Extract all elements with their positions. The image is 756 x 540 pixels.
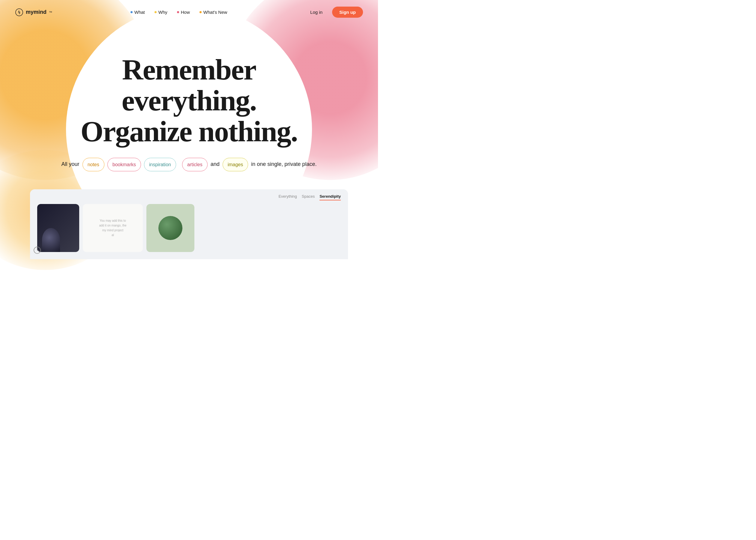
nav-links: What Why How What's New <box>131 10 227 15</box>
tab-spaces[interactable]: Spaces <box>302 193 315 201</box>
tag-notes: notes <box>82 158 104 171</box>
app-window: Everything Spaces Serendipity You may ad… <box>30 189 348 259</box>
product-sphere <box>158 216 183 240</box>
hero-subtitle: All your notes bookmarks inspiration art… <box>62 158 317 171</box>
headline-line2: Organize nothing. <box>81 115 298 148</box>
tag-images: images <box>223 158 248 171</box>
nav-item-what[interactable]: What <box>131 10 145 15</box>
nav-link-whats-new[interactable]: What's New <box>199 10 227 15</box>
tab-serendipity[interactable]: Serendipity <box>319 193 341 201</box>
logo-icon <box>15 8 23 17</box>
card-product <box>146 204 194 252</box>
hero-headline: Remember everything. Organize nothing. <box>54 54 324 147</box>
card-note-text: You may add this toadd it on mango, them… <box>95 215 130 241</box>
app-content: You may add this toadd it on mango, them… <box>30 204 348 259</box>
navbar: mymind™ What Why How What's New <box>0 0 378 24</box>
nav-actions: Log in Sign up <box>306 7 363 18</box>
nav-item-whats-new[interactable]: What's New <box>199 10 227 15</box>
nav-dot-whats-new <box>199 11 201 13</box>
signup-button[interactable]: Sign up <box>332 7 363 18</box>
nav-item-why[interactable]: Why <box>155 10 168 15</box>
nav-link-what[interactable]: What <box>131 10 145 15</box>
app-tabs: Everything Spaces Serendipity <box>30 189 348 204</box>
subtitle-prefix: All your <box>62 158 79 170</box>
subtitle-and: and <box>210 158 220 170</box>
logo-text: mymind <box>26 9 47 15</box>
nav-dot-what <box>131 11 133 13</box>
logo[interactable]: mymind™ <box>15 8 52 17</box>
login-button[interactable]: Log in <box>306 7 327 17</box>
tag-articles: articles <box>182 158 207 171</box>
logo-tm: ™ <box>49 11 52 14</box>
tag-inspiration: inspiration <box>144 158 176 171</box>
nav-item-how[interactable]: How <box>177 10 190 15</box>
nav-link-why[interactable]: Why <box>155 10 168 15</box>
subtitle-suffix: in one single, private place. <box>251 158 316 170</box>
nav-link-how[interactable]: How <box>177 10 190 15</box>
card-note: You may add this toadd it on mango, them… <box>83 204 143 252</box>
nav-dot-how <box>177 11 179 13</box>
card-image <box>37 204 79 252</box>
app-preview: Everything Spaces Serendipity You may ad… <box>0 189 378 259</box>
clock-icon <box>33 246 42 254</box>
headline-line1: Remember everything. <box>122 54 257 117</box>
nav-dot-why <box>155 11 157 13</box>
tab-everything[interactable]: Everything <box>278 193 297 201</box>
hero-section: Remember everything. Organize nothing. A… <box>0 24 378 171</box>
tag-bookmarks: bookmarks <box>107 158 141 171</box>
